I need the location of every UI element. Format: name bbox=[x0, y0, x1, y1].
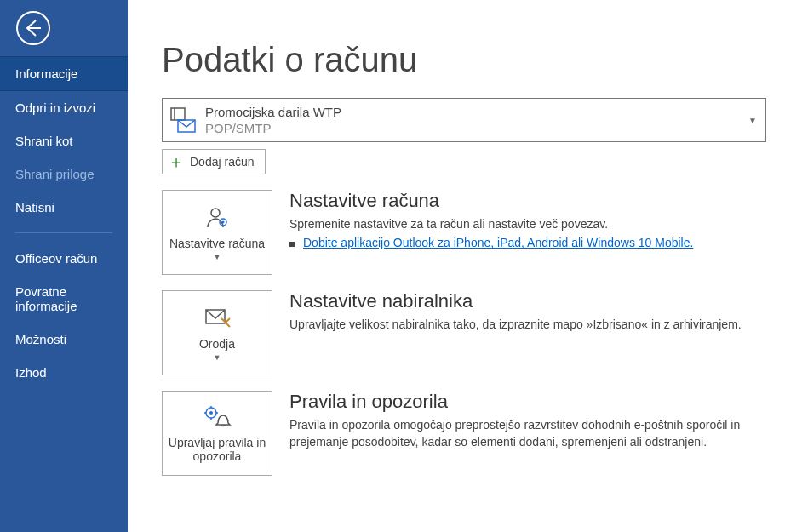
svg-point-7 bbox=[222, 220, 225, 223]
sidebar-item-label: Informacije bbox=[15, 66, 77, 81]
sidebar-divider bbox=[15, 232, 112, 233]
svg-point-10 bbox=[209, 411, 213, 415]
sidebar-item-izhod[interactable]: Izhod bbox=[0, 356, 128, 389]
sidebar: Informacije Odpri in izvozi Shrani kot S… bbox=[0, 0, 128, 532]
section-heading: Nastavitve nabiralnika bbox=[289, 290, 766, 312]
bullet-icon bbox=[289, 242, 295, 247]
sidebar-item-povratne[interactable]: Povratne informacije bbox=[0, 275, 128, 323]
outlook-mobile-link[interactable]: Dobite aplikacijo Outlook za iPhone, iPa… bbox=[303, 236, 693, 249]
sidebar-item-label: Izhod bbox=[15, 365, 47, 380]
sidebar-item-label: Natisni bbox=[15, 200, 54, 215]
section-content: Pravila in opozorila Pravila in opozoril… bbox=[289, 391, 766, 476]
sidebar-item-odpri[interactable]: Odpri in izvozi bbox=[0, 91, 128, 124]
section-description: Upravljajte velikost nabiralnika tako, d… bbox=[289, 316, 766, 333]
account-dropdown[interactable]: Promocijska darila WTP POP/SMTP ▼ bbox=[162, 98, 766, 142]
main-panel: Podatki o računu Promocijska darila WTP … bbox=[128, 0, 802, 532]
account-protocol: POP/SMTP bbox=[205, 121, 341, 135]
add-account-button[interactable]: ＋ Dodaj račun bbox=[162, 149, 266, 174]
button-label: Nastavitve računa bbox=[169, 237, 265, 250]
chevron-down-icon: ▼ bbox=[214, 253, 221, 261]
account-settings-button[interactable]: Nastavitve računa ▼ bbox=[162, 190, 272, 275]
sidebar-item-shrani-kot[interactable]: Shrani kot bbox=[0, 124, 128, 157]
manage-rules-button[interactable]: Upravljaj pravila in opozorila bbox=[162, 391, 272, 476]
svg-point-5 bbox=[211, 209, 220, 217]
section-content: Nastavitve nabiralnika Upravljajte velik… bbox=[289, 290, 766, 375]
sidebar-item-label: Shrani kot bbox=[15, 134, 73, 148]
sidebar-item-informacije[interactable]: Informacije bbox=[0, 56, 128, 91]
chevron-down-icon: ▼ bbox=[748, 116, 757, 125]
button-label: Orodja bbox=[199, 337, 235, 351]
add-account-label: Dodaj račun bbox=[190, 155, 255, 169]
section-mailbox: Orodja ▼ Nastavitve nabiralnika Upravlja… bbox=[162, 290, 766, 375]
section-description: Pravila in opozorila omogočajo preproste… bbox=[289, 416, 766, 451]
back-arrow-icon bbox=[15, 10, 51, 46]
rules-bell-icon bbox=[203, 403, 232, 431]
sidebar-item-label: Officeov račun bbox=[15, 251, 97, 266]
sidebar-item-label: Možnosti bbox=[15, 332, 66, 346]
account-text: Promocijska darila WTP POP/SMTP bbox=[205, 105, 341, 135]
sidebar-item-label: Shrani priloge bbox=[15, 167, 95, 181]
sidebar-item-label: Odpri in izvozi bbox=[15, 100, 95, 115]
section-description: Spremenite nastavitve za ta račun ali na… bbox=[289, 215, 766, 232]
sidebar-item-shrani-priloge: Shrani priloge bbox=[0, 157, 128, 191]
sidebar-item-label: Povratne informacije bbox=[15, 284, 77, 313]
section-account-settings: Nastavitve računa ▼ Nastavitve računa Sp… bbox=[162, 190, 766, 275]
sidebar-item-moznosti[interactable]: Možnosti bbox=[0, 323, 128, 356]
svg-rect-2 bbox=[171, 108, 185, 120]
section-content: Nastavitve računa Spremenite nastavitve … bbox=[289, 190, 766, 275]
sidebar-item-office-racun[interactable]: Officeov račun bbox=[0, 242, 128, 275]
page-title: Podatki o računu bbox=[162, 41, 768, 79]
person-gear-icon bbox=[204, 204, 230, 232]
button-label: Upravljaj pravila in opozorila bbox=[168, 436, 266, 463]
account-name: Promocijska darila WTP bbox=[205, 105, 341, 119]
section-rules: Upravljaj pravila in opozorila Pravila i… bbox=[162, 391, 766, 476]
plus-icon: ＋ bbox=[168, 153, 185, 170]
account-icon bbox=[169, 106, 197, 134]
bullet-item: Dobite aplikacijo Outlook za iPhone, iPa… bbox=[289, 236, 766, 249]
chevron-down-icon: ▼ bbox=[214, 353, 221, 362]
mailbox-tools-icon bbox=[203, 305, 232, 332]
tools-button[interactable]: Orodja ▼ bbox=[162, 290, 272, 375]
back-button[interactable] bbox=[0, 0, 128, 56]
section-heading: Pravila in opozorila bbox=[289, 391, 766, 413]
sidebar-item-natisni[interactable]: Natisni bbox=[0, 191, 128, 224]
section-heading: Nastavitve računa bbox=[289, 190, 766, 212]
